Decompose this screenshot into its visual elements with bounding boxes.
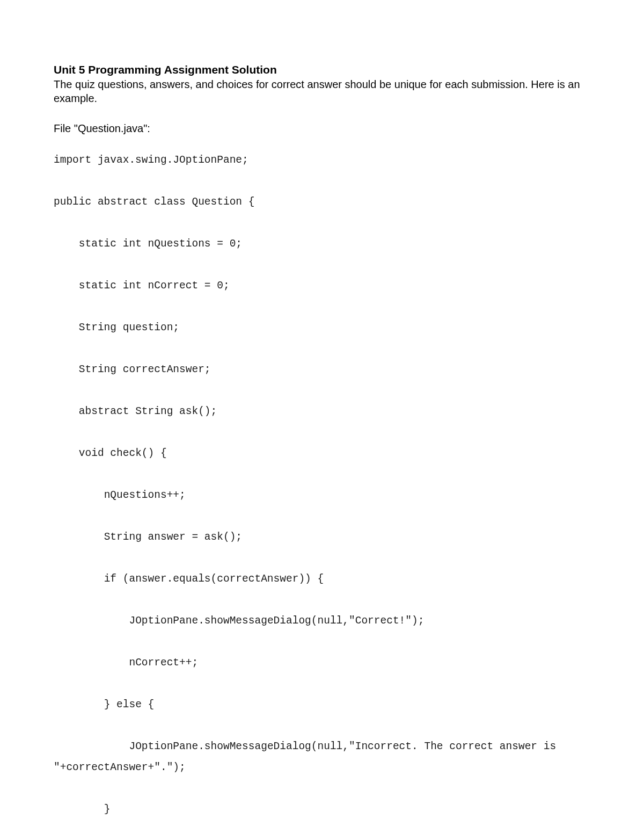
document-description: The quiz questions, answers, and choices… (54, 77, 590, 105)
file-label: File "Question.java": (54, 122, 590, 135)
document-title: Unit 5 Programming Assignment Solution (54, 63, 590, 76)
code-block: import javax.swing.JOptionPane; public a… (54, 150, 590, 834)
